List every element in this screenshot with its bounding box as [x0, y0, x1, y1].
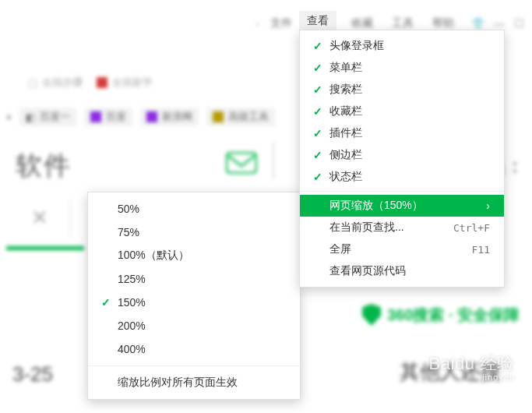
zoom-level-label: 50% [113, 203, 286, 215]
zoom-level-125%[interactable]: 125% [88, 267, 300, 291]
menu-item-toggle-label: 搜索栏 [325, 83, 490, 97]
checkmark-icon: ✓ [99, 296, 113, 309]
checkmark-icon: ✓ [311, 105, 325, 118]
menu-item-toggle-4[interactable]: ✓插件栏 [300, 122, 504, 144]
checkmark-icon: ✓ [311, 149, 325, 161]
zoom-level-label: 150% [113, 296, 286, 309]
menu-separator [88, 365, 300, 366]
zoom-apply-all[interactable]: 缩放比例对所有页面生效 [88, 371, 300, 394]
zoom-level-200%[interactable]: 200% [88, 314, 300, 337]
zoom-level-label: 125% [113, 273, 286, 285]
zoom-level-label: 100%（默认） [113, 249, 286, 263]
zoom-submenu: 50%75%100%（默认）125%✓150%200%400% 缩放比例对所有页… [87, 192, 301, 400]
menu-item-page-zoom-label: 网页缩放（150%） [325, 199, 481, 213]
zoom-level-label: 400% [113, 343, 286, 355]
menu-item-toggle-label: 菜单栏 [325, 61, 490, 75]
menu-item-toggle-label: 头像登录框 [325, 39, 490, 53]
menu-item-toggle-2[interactable]: ✓搜索栏 [300, 79, 504, 101]
zoom-level-50%[interactable]: 50% [88, 197, 300, 221]
menu-item-fullscreen-shortcut: F11 [472, 244, 490, 256]
zoom-level-label: 75% [113, 226, 286, 238]
menu-item-toggle-0[interactable]: ✓头像登录框 [300, 35, 504, 57]
menu-item-find[interactable]: 在当前页查找... Ctrl+F [300, 217, 504, 238]
menu-item-toggle-3[interactable]: ✓收藏栏 [300, 101, 504, 122]
zoom-level-150%[interactable]: ✓150% [88, 291, 300, 314]
zoom-level-400%[interactable]: 400% [88, 337, 300, 361]
submenu-arrow-icon: › [481, 199, 490, 212]
menu-item-view-source-label: 查看网页源代码 [325, 264, 490, 278]
menu-item-toggle-label: 插件栏 [325, 126, 490, 140]
checkmark-icon: ✓ [311, 40, 325, 52]
menu-item-toggle-5[interactable]: ✓侧边栏 [300, 144, 504, 166]
zoom-level-75%[interactable]: 75% [88, 221, 300, 244]
menu-item-view-source[interactable]: 查看网页源代码 [300, 260, 504, 282]
checkmark-icon: ✓ [311, 83, 325, 96]
menu-item-toggle-label: 收藏栏 [325, 104, 490, 118]
menu-separator [300, 191, 504, 192]
menu-item-find-label: 在当前页查找... [325, 221, 453, 235]
menu-item-toggle-6[interactable]: ✓状态栏 [300, 166, 504, 188]
checkmark-icon: ✓ [311, 171, 325, 183]
checkmark-icon: ✓ [311, 62, 325, 74]
menu-view-active[interactable]: 查看 [299, 11, 336, 31]
menu-item-toggle-label: 侧边栏 [325, 148, 490, 162]
menu-item-page-zoom[interactable]: 网页缩放（150%） › [300, 195, 504, 217]
zoom-level-100%（默认）[interactable]: 100%（默认） [88, 244, 300, 267]
menu-item-find-shortcut: Ctrl+F [453, 222, 490, 234]
zoom-level-label: 200% [113, 319, 286, 332]
checkmark-icon: ✓ [311, 127, 325, 139]
menu-item-fullscreen-label: 全屏 [325, 242, 472, 256]
menu-item-fullscreen[interactable]: 全屏 F11 [300, 238, 504, 260]
menu-item-toggle-label: 状态栏 [325, 170, 490, 184]
menu-item-toggle-1[interactable]: ✓菜单栏 [300, 57, 504, 79]
zoom-apply-all-label: 缩放比例对所有页面生效 [113, 376, 286, 390]
view-menu: ✓头像登录框✓菜单栏✓搜索栏✓收藏栏✓插件栏✓侧边栏✓状态栏 网页缩放（150%… [299, 30, 505, 288]
